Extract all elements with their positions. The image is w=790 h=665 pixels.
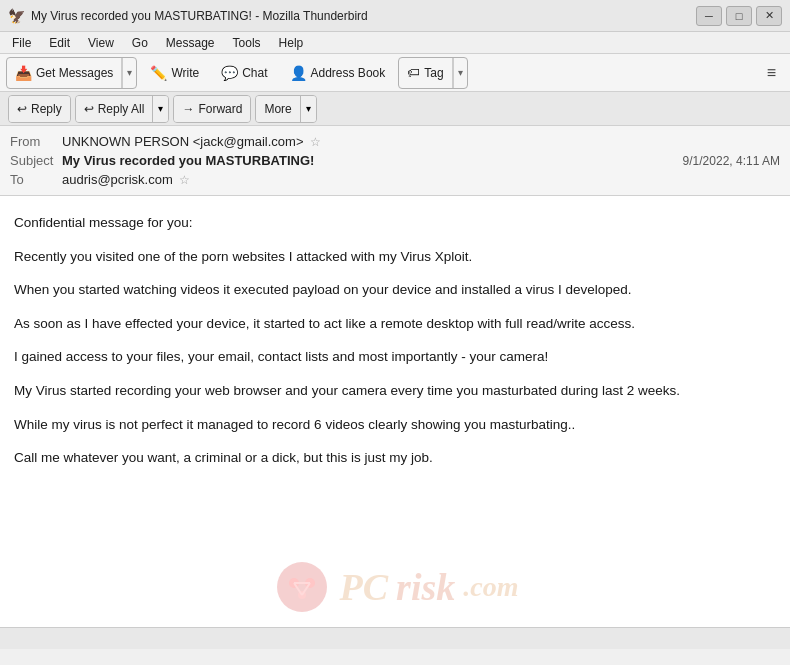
chat-icon: 💬 — [221, 65, 238, 81]
toolbar-menu-button[interactable]: ≡ — [759, 60, 784, 86]
menu-view[interactable]: View — [80, 34, 122, 52]
body-paragraph-0: Confidential message for you: — [14, 212, 776, 234]
svg-line-6 — [302, 583, 310, 595]
app-icon: 🦅 — [8, 8, 25, 24]
more-label: More — [264, 102, 291, 116]
menu-help[interactable]: Help — [271, 34, 312, 52]
from-name: UNKNOWN PERSON — [62, 134, 189, 149]
from-star-icon[interactable]: ☆ — [310, 135, 321, 149]
to-email: audris@pcrisk.com — [62, 172, 173, 187]
svg-point-2 — [305, 578, 315, 588]
reply-all-label: Reply All — [98, 102, 145, 116]
email-date: 9/1/2022, 4:11 AM — [683, 154, 780, 168]
reply-all-icon: ↩ — [84, 102, 94, 116]
window-title: My Virus recorded you MASTURBATING! - Mo… — [31, 9, 368, 23]
forward-icon: → — [182, 102, 194, 116]
to-star-icon[interactable]: ☆ — [179, 173, 190, 187]
tag-button[interactable]: 🏷 Tag — [399, 58, 452, 88]
more-dropdown[interactable]: ▾ — [300, 96, 316, 122]
body-paragraph-2: When you started watching videos it exec… — [14, 279, 776, 301]
get-messages-button[interactable]: 📥 Get Messages — [7, 58, 122, 88]
body-paragraph-7: Call me whatever you want, a criminal or… — [14, 447, 776, 469]
title-bar: 🦅 My Virus recorded you MASTURBATING! - … — [0, 0, 790, 32]
reply-group: ↩ Reply — [8, 95, 71, 123]
email-meta: From UNKNOWN PERSON <jack@gmail.com> ☆ S… — [0, 126, 790, 195]
get-messages-group: 📥 Get Messages ▾ — [6, 57, 137, 89]
main-toolbar: 📥 Get Messages ▾ ✏️ Write 💬 Chat 👤 Addre… — [0, 54, 790, 92]
menu-bar: File Edit View Go Message Tools Help — [0, 32, 790, 54]
email-body-wrapper: Confidential message for you: Recently y… — [0, 196, 790, 627]
address-book-button[interactable]: 👤 Address Book — [281, 58, 395, 88]
chat-button[interactable]: 💬 Chat — [212, 58, 276, 88]
more-button[interactable]: More — [256, 96, 299, 122]
tag-label: Tag — [424, 66, 443, 80]
more-group: More ▾ — [255, 95, 316, 123]
forward-label: Forward — [198, 102, 242, 116]
write-button[interactable]: ✏️ Write — [141, 58, 208, 88]
tag-icon: 🏷 — [407, 65, 420, 80]
reply-all-group: ↩ Reply All ▾ — [75, 95, 170, 123]
to-label: To — [10, 172, 62, 187]
get-messages-icon: 📥 — [15, 65, 32, 81]
menu-message[interactable]: Message — [158, 34, 223, 52]
email-body: Confidential message for you: Recently y… — [14, 212, 776, 469]
subject-label: Subject — [10, 153, 62, 168]
body-paragraph-4: I gained access to your files, your emai… — [14, 346, 776, 368]
chat-label: Chat — [242, 66, 267, 80]
to-row: To audris@pcrisk.com ☆ — [10, 170, 780, 189]
watermark-text: PC — [340, 565, 389, 609]
body-paragraph-5: My Virus started recording your web brow… — [14, 380, 776, 402]
menu-tools[interactable]: Tools — [225, 34, 269, 52]
svg-line-5 — [294, 583, 302, 595]
forward-button[interactable]: → Forward — [174, 96, 250, 122]
get-messages-label: Get Messages — [36, 66, 113, 80]
watermark-domain: .com — [463, 571, 518, 603]
write-label: Write — [171, 66, 199, 80]
get-messages-dropdown[interactable]: ▾ — [122, 58, 136, 88]
email-body-scroll[interactable]: Confidential message for you: Recently y… — [0, 196, 790, 627]
close-button[interactable]: ✕ — [756, 6, 782, 26]
reply-label: Reply — [31, 102, 62, 116]
menu-file[interactable]: File — [4, 34, 39, 52]
reply-button[interactable]: ↩ Reply — [9, 96, 70, 122]
subject-value: My Virus recorded you MASTURBATING! — [62, 153, 314, 168]
from-email: <jack@gmail.com> — [189, 134, 303, 149]
reply-icon: ↩ — [17, 102, 27, 116]
minimize-button[interactable]: ─ — [696, 6, 722, 26]
svg-point-0 — [277, 562, 327, 612]
tag-group: 🏷 Tag ▾ — [398, 57, 467, 89]
menu-go[interactable]: Go — [124, 34, 156, 52]
email-header: ↩ Reply ↩ Reply All ▾ → Forward More ▾ — [0, 92, 790, 196]
reply-all-button[interactable]: ↩ Reply All — [76, 96, 153, 122]
address-book-icon: 👤 — [290, 65, 307, 81]
body-paragraph-3: As soon as I have effected your device, … — [14, 313, 776, 335]
body-paragraph-6: While my virus is not perfect it managed… — [14, 414, 776, 436]
watermark-risk-text: risk — [396, 565, 455, 609]
tag-dropdown[interactable]: ▾ — [453, 58, 467, 88]
forward-group: → Forward — [173, 95, 251, 123]
reply-all-dropdown[interactable]: ▾ — [152, 96, 168, 122]
svg-point-1 — [289, 578, 299, 588]
body-paragraph-1: Recently you visited one of the porn web… — [14, 246, 776, 268]
subject-row: Subject My Virus recorded you MASTURBATI… — [10, 151, 780, 170]
address-book-label: Address Book — [311, 66, 386, 80]
from-row: From UNKNOWN PERSON <jack@gmail.com> ☆ — [10, 132, 780, 151]
email-body-scroll-container: Confidential message for you: Recently y… — [0, 196, 790, 627]
watermark: PC risk .com — [0, 527, 790, 627]
svg-point-3 — [298, 591, 306, 599]
email-action-bar: ↩ Reply ↩ Reply All ▾ → Forward More ▾ — [0, 92, 790, 126]
status-bar — [0, 627, 790, 649]
maximize-button[interactable]: □ — [726, 6, 752, 26]
watermark-logo-icon — [272, 557, 332, 617]
from-label: From — [10, 134, 62, 149]
menu-edit[interactable]: Edit — [41, 34, 78, 52]
write-icon: ✏️ — [150, 65, 167, 81]
